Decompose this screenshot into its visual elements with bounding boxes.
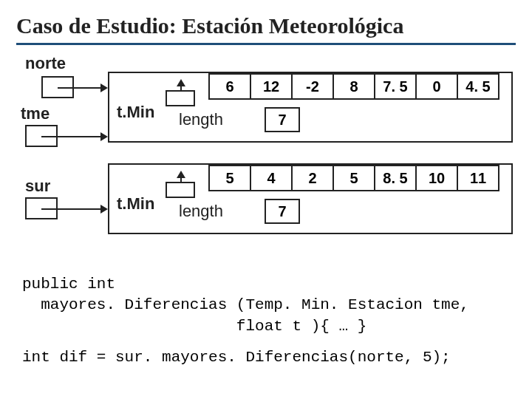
code-norte-arg: norte (358, 349, 404, 366)
sur-arrow (41, 208, 106, 210)
code-block: public int mayores. Diferencias (Temp. M… (22, 274, 516, 368)
sur-cell-1: 4 (250, 165, 293, 191)
sur-tmin-label: t.Min (117, 194, 154, 214)
sur-tmin-arrow (180, 172, 182, 182)
sur-cell-0: 5 (208, 165, 251, 191)
norte-tmin-ptr (166, 90, 195, 106)
sur-cell-4: 8. 5 (374, 165, 417, 191)
slide-title: Caso de Estudio: Estación Meteorológica (16, 13, 516, 45)
sur-cell-5: 10 (415, 165, 458, 191)
tme-arrow (41, 136, 106, 137)
sur-length-label: length (179, 202, 223, 221)
norte-cell-1: 12 (250, 73, 293, 100)
code-tme-param: tme (432, 296, 460, 313)
sur-array: 5 4 2 5 8. 5 10 11 (208, 165, 499, 191)
sur-tmin-ptr (166, 182, 195, 198)
norte-arrow (58, 87, 106, 89)
code-l1b: mayores. Diferencias (Temp. Min. Estacio… (22, 296, 432, 313)
norte-array: 6 12 -2 8 7. 5 0 4. 5 (208, 73, 499, 100)
norte-cell-3: 8 (332, 73, 375, 100)
label-sur: sur (25, 177, 50, 196)
norte-length-value: 7 (265, 107, 300, 132)
code-l3a: int dif = sur. mayores. Diferencias( (22, 349, 358, 366)
norte-tmin-label: t.Min (117, 103, 154, 122)
sur-cell-2: 2 (291, 165, 334, 191)
label-tme: tme (21, 104, 50, 123)
sur-length-value: 7 (265, 199, 300, 224)
label-norte: norte (25, 54, 516, 73)
norte-cell-0: 6 (208, 73, 251, 100)
code-l3c: , 5); (404, 349, 451, 366)
sur-cell-3: 5 (332, 165, 375, 191)
code-l1d: , (460, 296, 469, 313)
norte-cell-4: 7. 5 (374, 73, 417, 100)
code-l1a: public int (22, 276, 115, 293)
sur-cell-6: 11 (457, 165, 499, 191)
code-l2: float t ){ … } (22, 318, 366, 335)
norte-cell-5: 0 (415, 73, 458, 100)
norte-tmin-arrow (180, 81, 182, 90)
norte-length-label: length (179, 110, 223, 129)
norte-cell-2: -2 (291, 73, 334, 100)
memory-diagram: tme t.Min 6 12 -2 8 7. 5 0 4. 5 length 7… (21, 76, 516, 268)
norte-cell-6: 4. 5 (457, 73, 499, 100)
